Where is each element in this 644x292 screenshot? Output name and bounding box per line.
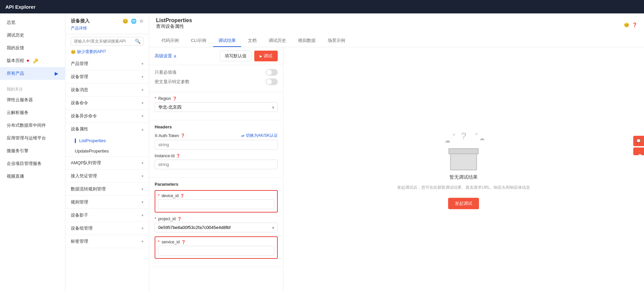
sidebar-item-live-stream[interactable]: 视频直播	[0, 170, 65, 183]
main-container: 总览 调试历史 我的反馈 版本历程 🔑 所有产品 ▶ 我的关注 弹性云服务器 云…	[0, 13, 644, 292]
debug-history-label: 调试历史	[7, 32, 24, 38]
search-input[interactable]	[74, 39, 135, 44]
sidebar-item-dns[interactable]: 云解析服务	[0, 106, 65, 119]
service-id-label-row: * service_id ❓	[158, 240, 274, 244]
menu-group-header-product-mgmt[interactable]: 产品管理 ▾	[65, 57, 149, 70]
float-consult-btn[interactable]: 💬	[633, 135, 644, 146]
chevron-down-icon: ▾	[142, 187, 144, 191]
subtitle-link[interactable]: 产品详情	[71, 26, 87, 31]
chevron-down-icon: ▾	[142, 226, 144, 231]
access-cred-label: 接入凭证管理	[71, 173, 97, 179]
tab-mock-data[interactable]: 模拟数据	[293, 35, 321, 47]
app-title: API Explorer	[5, 4, 36, 10]
menu-group-header-device-cmd[interactable]: 设备命令 ▾	[65, 97, 149, 109]
chevron-down-icon: ▾	[142, 75, 144, 79]
menu-group-header-device-msg[interactable]: 设备消息 ▾	[65, 83, 149, 96]
chevron-down-icon: ▾	[142, 174, 144, 178]
project-id-select[interactable]: 0e5957be8a00f53c2fa7c0045e4d8fbf	[155, 223, 278, 232]
sidebar-item-elastic-cloud[interactable]: 弹性云服务器	[0, 94, 65, 106]
sidebar-item-distributed-db[interactable]: 分布式数据库中间件	[0, 119, 65, 132]
menu-group-header-rule-mgmt[interactable]: 规则管理 ▾	[65, 196, 149, 209]
instance-id-help-icon[interactable]: ❓	[176, 154, 180, 158]
show-params-row: 密文显示特定参数	[155, 78, 278, 85]
show-params-toggle[interactable]	[266, 78, 278, 85]
x-auth-token-help-icon[interactable]: ❓	[180, 133, 185, 138]
only-required-toggle[interactable]	[266, 69, 278, 76]
menu-group-device-msg: 设备消息 ▾	[65, 83, 149, 97]
top-bar: API Explorer	[0, 0, 644, 13]
project-id-required-star: *	[155, 217, 156, 221]
region-help-icon[interactable]: ❓	[172, 97, 177, 101]
menu-group-header-access-cred[interactable]: 接入凭证管理 ▾	[65, 170, 149, 182]
sidebar-item-overview[interactable]: 总览	[0, 16, 65, 29]
sidebar-item-debug-history[interactable]: 调试历史	[0, 29, 65, 42]
sidebar-item-app-ops[interactable]: 应用管理与运维平台	[0, 132, 65, 144]
version-badge	[27, 60, 29, 62]
version-history-label: 版本历程	[7, 58, 24, 64]
project-id-help-icon[interactable]: ❓	[177, 217, 182, 221]
question-icon: ❓	[632, 22, 637, 27]
arrow-right-icon: ▶	[55, 71, 58, 76]
form-actions: 填写默认值 ▶ 调试	[220, 51, 278, 61]
switch-aksk-btn[interactable]: ⇌ 切换为AK/SK认证	[241, 133, 278, 138]
search-icon: 🔍	[135, 39, 141, 44]
device-async-cmd-label: 设备异步命令	[71, 113, 97, 119]
service-id-input[interactable]: healthy	[158, 246, 274, 255]
smiley-icon-2: 😊	[624, 22, 629, 27]
menu-group-header-device-props[interactable]: 设备属性 ▴	[65, 123, 149, 135]
advanced-toggle[interactable]: 高级设置 ∧	[155, 53, 177, 59]
tab-cli-example[interactable]: CLI示例	[185, 35, 212, 47]
sidebar-item-my-feedback[interactable]: 我的反馈	[0, 42, 65, 54]
menu-group-header-device-group[interactable]: 设备组管理 ▾	[65, 222, 149, 235]
menu-group-header-amqp[interactable]: AMQP队列管理 ▾	[65, 157, 149, 169]
chevron-up-icon-2: ∧	[173, 54, 177, 59]
menu-group-header-device-mgmt[interactable]: 设备管理 ▾	[65, 70, 149, 83]
start-test-button[interactable]: 发起调试	[448, 198, 479, 209]
float-feedback-btn[interactable]: 咨询·反馈	[633, 148, 644, 155]
hint-smiley-icon: 😊	[71, 50, 76, 54]
microservice-label: 微服务引擎	[7, 148, 29, 154]
device-id-input[interactable]: 61df9a6bc7fb24029b0c160d_1126626497	[158, 199, 274, 209]
sub-item-list-properties[interactable]: ListProperties	[65, 135, 149, 146]
tab-debug-history[interactable]: 调试历史	[263, 35, 291, 47]
instance-id-input[interactable]	[155, 160, 278, 169]
menu-group-rule-mgmt: 规则管理 ▾	[65, 196, 149, 209]
menu-group-header-device-async-cmd[interactable]: 设备异步命令 ▾	[65, 110, 149, 122]
menu-group-header-device-shadow[interactable]: 设备影子 ▾	[65, 209, 149, 222]
device-id-help-icon[interactable]: ❓	[180, 194, 184, 198]
region-select[interactable]: 华北-北京四 华东-上海一 华南-广州	[155, 102, 278, 112]
only-required-row: 只看必填项	[155, 69, 278, 76]
tab-code-example[interactable]: 代码示例	[156, 35, 184, 47]
menu-group-device-props: 设备属性 ▴ ListProperties UpdateProperties	[65, 123, 149, 157]
instance-id-field: Instance-Id ❓	[155, 154, 278, 169]
menu-group-header-tag-mgmt[interactable]: 标签管理 ▾	[65, 235, 149, 248]
api-hint[interactable]: 😊 缺少需要的API?	[65, 48, 149, 57]
sidebar-item-version-history[interactable]: 版本历程 🔑	[0, 54, 65, 67]
api-name: ListProperties	[156, 17, 192, 23]
debug-button[interactable]: ▶ 调试	[254, 51, 278, 61]
x-auth-token-input[interactable]	[155, 140, 278, 150]
list-properties-label: ListProperties	[79, 138, 106, 143]
headers-title: Headers	[155, 124, 278, 129]
tab-docs[interactable]: 文档	[243, 35, 262, 47]
instance-id-label: Instance-Id	[155, 154, 174, 158]
sidebar-item-microservice[interactable]: 微服务引擎	[0, 144, 65, 157]
menu-group-product-mgmt: 产品管理 ▾	[65, 57, 149, 70]
menu-group-device-shadow: 设备影子 ▾	[65, 209, 149, 222]
chevron-down-icon: ▾	[142, 88, 144, 92]
smiley-icon: 😊	[122, 18, 128, 24]
tab-scenario-example[interactable]: 场景示例	[322, 35, 351, 47]
fill-default-button[interactable]: 填写默认值	[220, 51, 252, 61]
sub-item-update-properties[interactable]: UpdateProperties	[65, 146, 149, 156]
menu-group-header-data-flow[interactable]: 数据流转规则管理 ▾	[65, 183, 149, 195]
star-icon: ☆	[139, 18, 144, 24]
sidebar-item-all-products[interactable]: 所有产品 ▶	[0, 67, 65, 80]
tab-debug-result[interactable]: 调试结果	[213, 35, 241, 47]
form-top-bar: 高级设置 ∧ 填写默认值 ▶ 调试	[149, 47, 283, 65]
region-label-text: Region	[158, 96, 171, 101]
x-mark-1: ✕	[452, 133, 455, 137]
parameters-title: Parameters	[155, 182, 278, 187]
sidebar-item-enterprise-project[interactable]: 企业项目管理服务	[0, 157, 65, 170]
dns-label: 云解析服务	[7, 110, 29, 116]
service-id-help-icon[interactable]: ❓	[181, 240, 186, 244]
